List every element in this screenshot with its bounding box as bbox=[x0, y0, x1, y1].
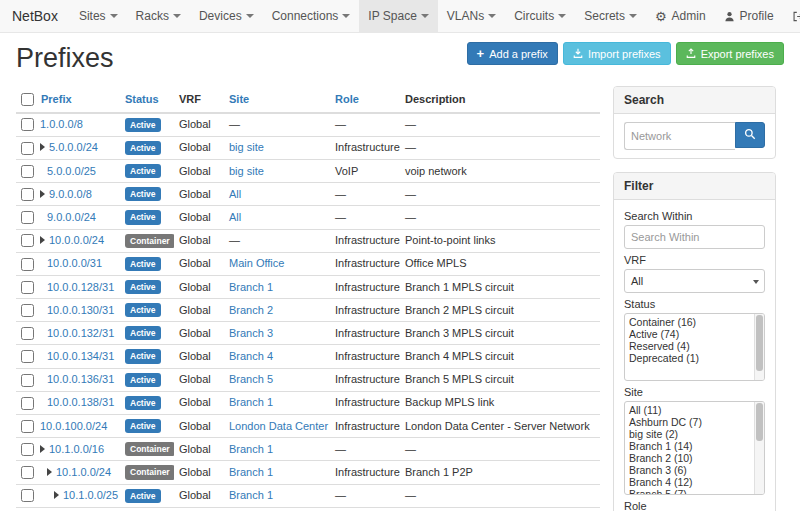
prefix-link[interactable]: 10.0.0.134/31 bbox=[47, 350, 114, 362]
row-checkbox[interactable] bbox=[21, 350, 34, 363]
scrollbar-thumb[interactable] bbox=[756, 403, 763, 441]
prefix-link[interactable]: 9.0.0.0/8 bbox=[49, 188, 92, 200]
listbox-option[interactable]: Branch 4 (12) bbox=[627, 476, 752, 488]
listbox-option[interactable]: Branch 5 (7) bbox=[627, 488, 752, 495]
column-header-role[interactable]: Role bbox=[330, 86, 400, 113]
nav-item-logout[interactable]: Log out bbox=[783, 0, 800, 32]
search-within-input[interactable] bbox=[624, 225, 765, 249]
nav-item-sites[interactable]: Sites bbox=[70, 0, 127, 32]
nav-item-circuits[interactable]: Circuits bbox=[505, 0, 575, 32]
prefix-link[interactable]: 10.0.0.136/31 bbox=[47, 373, 114, 385]
site-link[interactable]: All bbox=[229, 211, 241, 223]
prefix-link[interactable]: 10.0.0.138/31 bbox=[47, 396, 114, 408]
prefix-link[interactable]: 10.0.100.0/24 bbox=[40, 420, 107, 432]
row-checkbox[interactable] bbox=[21, 397, 34, 410]
row-checkbox[interactable] bbox=[21, 420, 34, 433]
vrf-cell: Global bbox=[174, 322, 224, 345]
column-header-status[interactable]: Status bbox=[120, 86, 174, 113]
site-link[interactable]: Branch 1 bbox=[229, 396, 273, 408]
add-prefix-button[interactable]: + Add a prefix bbox=[467, 42, 558, 65]
site-listbox[interactable]: All (11)Ashburn DC (7)big site (2)Branch… bbox=[624, 401, 765, 495]
site-link[interactable]: Branch 1 bbox=[229, 466, 273, 478]
nav-item-racks[interactable]: Racks bbox=[127, 0, 190, 32]
nav-item-profile[interactable]: Profile bbox=[715, 0, 783, 32]
listbox-option[interactable]: All (11) bbox=[627, 404, 752, 416]
prefix-link[interactable]: 10.1.0.0/24 bbox=[56, 466, 111, 478]
prefix-cell: 10.1.0.0/26 bbox=[36, 507, 120, 511]
prefix-link[interactable]: 9.0.0.0/24 bbox=[47, 211, 96, 223]
row-checkbox[interactable] bbox=[21, 234, 34, 247]
row-checkbox[interactable] bbox=[21, 188, 34, 201]
row-checkbox[interactable] bbox=[21, 304, 34, 317]
select-all-checkbox[interactable] bbox=[21, 93, 34, 106]
site-link[interactable]: Branch 1 bbox=[229, 281, 273, 293]
search-button[interactable] bbox=[735, 122, 765, 148]
row-checkbox[interactable] bbox=[21, 118, 34, 131]
site-link[interactable]: Branch 2 bbox=[229, 304, 273, 316]
site-link[interactable]: Branch 1 bbox=[229, 489, 273, 501]
listbox-option[interactable]: Ashburn DC (7) bbox=[627, 416, 752, 428]
role-cell: — bbox=[330, 183, 400, 206]
site-link[interactable]: All bbox=[229, 188, 241, 200]
site-link[interactable]: big site bbox=[229, 165, 264, 177]
listbox-option[interactable]: Branch 1 (14) bbox=[627, 440, 752, 452]
column-header-site[interactable]: Site bbox=[224, 86, 330, 113]
search-panel: Search bbox=[613, 86, 776, 159]
listbox-option[interactable]: Active (74) bbox=[627, 328, 752, 340]
listbox-option[interactable]: Deprecated (1) bbox=[627, 352, 752, 364]
vrf-select[interactable]: All bbox=[624, 269, 765, 293]
nav-item-secrets[interactable]: Secrets bbox=[575, 0, 646, 32]
listbox-option[interactable]: big site (2) bbox=[627, 428, 752, 440]
prefix-link[interactable]: 10.0.0.128/31 bbox=[47, 281, 114, 293]
prefix-link[interactable]: 10.0.0.0/31 bbox=[47, 257, 102, 269]
row-checkbox[interactable] bbox=[21, 258, 34, 271]
scrollbar[interactable] bbox=[754, 314, 764, 380]
status-badge: Active bbox=[125, 396, 161, 410]
row-checkbox[interactable] bbox=[21, 327, 34, 340]
prefix-link[interactable]: 1.0.0.0/8 bbox=[40, 118, 83, 130]
role-cell: Infrastructure bbox=[330, 345, 400, 368]
brand[interactable]: NetBox bbox=[10, 0, 70, 32]
site-link[interactable]: Branch 5 bbox=[229, 373, 273, 385]
import-prefixes-button[interactable]: Import prefixes bbox=[563, 42, 671, 65]
nav-item-admin[interactable]: ⚙ Admin bbox=[646, 0, 715, 32]
scrollbar[interactable] bbox=[754, 402, 764, 494]
row-checkbox[interactable] bbox=[21, 211, 34, 224]
export-prefixes-button[interactable]: Export prefixes bbox=[676, 42, 784, 65]
site-link[interactable]: London Data Center bbox=[229, 420, 328, 432]
site-link[interactable]: Branch 4 bbox=[229, 350, 273, 362]
row-checkbox[interactable] bbox=[21, 165, 34, 178]
site-link[interactable]: Branch 3 bbox=[229, 327, 273, 339]
site-link[interactable]: Main Office bbox=[229, 257, 284, 269]
row-checkbox[interactable] bbox=[21, 374, 34, 387]
row-checkbox[interactable] bbox=[21, 281, 34, 294]
search-input[interactable] bbox=[624, 122, 735, 150]
column-header-prefix[interactable]: Prefix bbox=[36, 86, 120, 113]
listbox-option[interactable]: Reserved (4) bbox=[627, 340, 752, 352]
site-link[interactable]: Branch 1 bbox=[229, 443, 273, 455]
listbox-option[interactable]: Branch 2 (10) bbox=[627, 452, 752, 464]
row-checkbox[interactable] bbox=[21, 466, 34, 479]
prefix-link[interactable]: 10.0.0.132/31 bbox=[47, 327, 114, 339]
listbox-option[interactable]: Container (16) bbox=[627, 316, 752, 328]
description-cell: Branch 4 MPLS circuit bbox=[400, 345, 600, 368]
prefix-link[interactable]: 5.0.0.0/24 bbox=[49, 141, 98, 153]
nav-item-ip-space[interactable]: IP Space bbox=[359, 0, 437, 32]
description-cell: — bbox=[400, 206, 600, 229]
prefix-link[interactable]: 10.1.0.0/16 bbox=[49, 443, 104, 455]
row-checkbox[interactable] bbox=[21, 443, 34, 456]
status-listbox[interactable]: Container (16)Active (74)Reserved (4)Dep… bbox=[624, 313, 765, 381]
prefix-link[interactable]: 10.1.0.0/25 bbox=[63, 489, 118, 501]
site-link[interactable]: big site bbox=[229, 141, 264, 153]
vrf-cell: Global bbox=[174, 252, 224, 275]
prefix-link[interactable]: 5.0.0.0/25 bbox=[47, 165, 96, 177]
listbox-option[interactable]: Branch 3 (6) bbox=[627, 464, 752, 476]
prefix-link[interactable]: 10.0.0.0/24 bbox=[49, 234, 104, 246]
row-checkbox[interactable] bbox=[21, 489, 34, 502]
row-checkbox[interactable] bbox=[21, 142, 34, 155]
scrollbar-thumb[interactable] bbox=[756, 315, 763, 371]
nav-item-devices[interactable]: Devices bbox=[190, 0, 263, 32]
prefix-link[interactable]: 10.0.0.130/31 bbox=[47, 304, 114, 316]
nav-item-vlans[interactable]: VLANs bbox=[438, 0, 505, 32]
nav-item-connections[interactable]: Connections bbox=[263, 0, 360, 32]
